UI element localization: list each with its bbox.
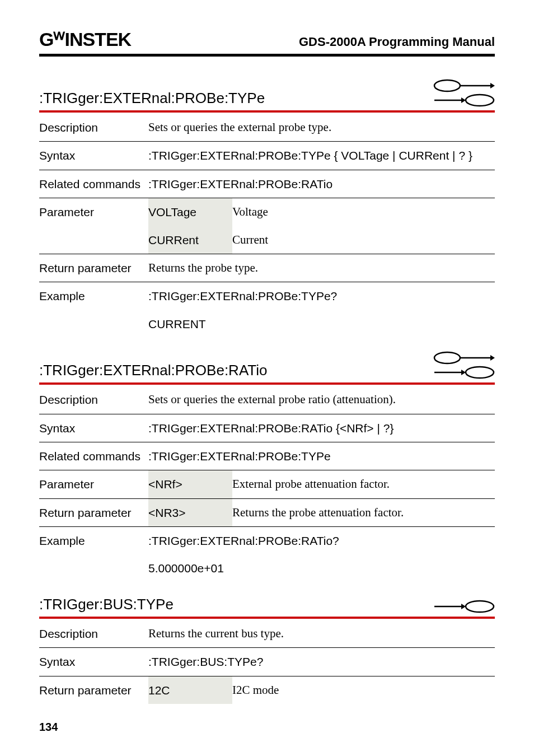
table-row: Return parameter<NR3>Returns the probe a…	[39, 498, 495, 526]
table-row: Syntax:TRIGger:EXTERnal:PROBe:TYPe { VOL…	[39, 142, 495, 170]
header-row: GᵂINSTEK GDS-2000A Programming Manual	[39, 28, 495, 50]
table-row: Example:TRIGger:EXTERnal:PROBe:RATio?	[39, 527, 495, 555]
row-label	[39, 554, 148, 582]
row-content: Returns the current bus type.	[148, 620, 495, 648]
icon-stack	[433, 600, 495, 613]
section-heading: :TRIGger:EXTERnal:PROBe:TYPe	[39, 90, 265, 107]
sections-container: :TRIGger:EXTERnal:PROBe:TYPeDescriptionS…	[39, 79, 495, 704]
row-label: Description	[39, 114, 148, 142]
row-content: :TRIGger:EXTERnal:PROBe:TYPe { VOLTage |…	[148, 142, 495, 170]
row-code: <NRf>	[148, 470, 232, 498]
table-row: DescriptionSets or queries the external …	[39, 114, 495, 142]
svg-marker-8	[490, 355, 495, 361]
table-row: Syntax:TRIGger:BUS:TYPe?	[39, 648, 495, 676]
row-label	[39, 310, 148, 338]
row-content: Returns the probe type.	[148, 254, 495, 282]
row-label: Parameter	[39, 470, 148, 498]
row-content: Sets or queries the external probe ratio…	[148, 386, 495, 414]
section-heading: :TRIGger:BUS:TYPe	[39, 596, 174, 613]
row-label: Return parameter	[39, 498, 148, 526]
row-label: Example	[39, 282, 148, 310]
row-content: :TRIGger:EXTERnal:PROBe:TYPe?	[148, 282, 495, 310]
row-value: External probe attenuation factor.	[232, 470, 495, 498]
param-table: DescriptionSets or queries the external …	[39, 114, 495, 338]
red-rule	[39, 382, 495, 385]
param-table: DescriptionSets or queries the external …	[39, 386, 495, 582]
table-row: CURRentCurrent	[39, 226, 495, 254]
row-content: :TRIGger:EXTERnal:PROBe:TYPe	[148, 442, 495, 470]
table-row: 5.000000e+01	[39, 554, 495, 582]
row-code: CURRent	[148, 226, 232, 254]
param-table: DescriptionReturns the current bus type.…	[39, 620, 495, 704]
svg-point-11	[466, 367, 494, 378]
row-content: 5.000000e+01	[148, 554, 495, 582]
table-row: Related commands:TRIGger:EXTERnal:PROBe:…	[39, 170, 495, 198]
red-rule	[39, 617, 495, 619]
row-code: VOLTage	[148, 198, 232, 226]
section-heading-row: :TRIGger:EXTERnal:PROBe:RATio	[39, 351, 495, 379]
row-content: :TRIGger:EXTERnal:PROBe:RATio	[148, 170, 495, 198]
table-row: ParameterVOLTageVoltage	[39, 198, 495, 226]
table-row: CURRENT	[39, 310, 495, 338]
section-heading-row: :TRIGger:EXTERnal:PROBe:TYPe	[39, 79, 495, 107]
icon-stack	[433, 79, 495, 107]
row-content: CURRENT	[148, 310, 495, 338]
red-rule	[39, 110, 495, 113]
icon-stack	[433, 351, 495, 379]
row-content: :TRIGger:EXTERnal:PROBe:RATio?	[148, 527, 495, 555]
svg-marker-2	[490, 83, 495, 88]
section-heading: :TRIGger:EXTERnal:PROBe:RATio	[39, 362, 267, 379]
row-label: Return parameter	[39, 254, 148, 282]
row-content: :TRIGger:EXTERnal:PROBe:RATio {<NRf> | ?…	[148, 414, 495, 442]
row-code: <NR3>	[148, 498, 232, 526]
table-row: Example:TRIGger:EXTERnal:PROBe:TYPe?	[39, 282, 495, 310]
row-label: Related commands	[39, 170, 148, 198]
query-icon	[433, 351, 495, 365]
row-value: Current	[232, 226, 495, 254]
row-label: Parameter	[39, 198, 148, 226]
table-row: Return parameterReturns the probe type.	[39, 254, 495, 282]
table-row: Syntax:TRIGger:EXTERnal:PROBe:RATio {<NR…	[39, 414, 495, 442]
svg-point-14	[466, 601, 494, 612]
brand-logo: GᵂINSTEK	[39, 28, 131, 50]
row-label	[39, 226, 148, 254]
row-label: Description	[39, 620, 148, 648]
table-row: DescriptionReturns the current bus type.	[39, 620, 495, 648]
row-label: Syntax	[39, 414, 148, 442]
row-label: Example	[39, 527, 148, 555]
page-number: 134	[39, 721, 58, 734]
table-row: Parameter<NRf>External probe attenuation…	[39, 470, 495, 498]
row-content: :TRIGger:BUS:TYPe?	[148, 648, 495, 676]
set-icon	[433, 366, 495, 379]
set-icon	[433, 600, 495, 613]
table-row: Return parameter12CI2C mode	[39, 676, 495, 704]
set-icon	[433, 94, 495, 107]
header-rule	[39, 54, 495, 57]
row-value: I2C mode	[232, 676, 495, 704]
row-label: Related commands	[39, 442, 148, 470]
row-label: Syntax	[39, 142, 148, 170]
row-label: Description	[39, 386, 148, 414]
table-row: DescriptionSets or queries the external …	[39, 386, 495, 414]
svg-point-0	[434, 80, 460, 91]
row-label: Return parameter	[39, 676, 148, 704]
row-content: Sets or queries the external probe type.	[148, 114, 495, 142]
row-value: Voltage	[232, 198, 495, 226]
query-icon	[433, 79, 495, 92]
row-code: 12C	[148, 676, 232, 704]
svg-point-6	[434, 352, 460, 363]
row-label: Syntax	[39, 648, 148, 676]
section-heading-row: :TRIGger:BUS:TYPe	[39, 596, 495, 613]
manual-title: GDS-2000A Programming Manual	[299, 35, 495, 49]
svg-point-5	[466, 95, 494, 106]
row-value: Returns the probe attenuation factor.	[232, 498, 495, 526]
table-row: Related commands:TRIGger:EXTERnal:PROBe:…	[39, 442, 495, 470]
